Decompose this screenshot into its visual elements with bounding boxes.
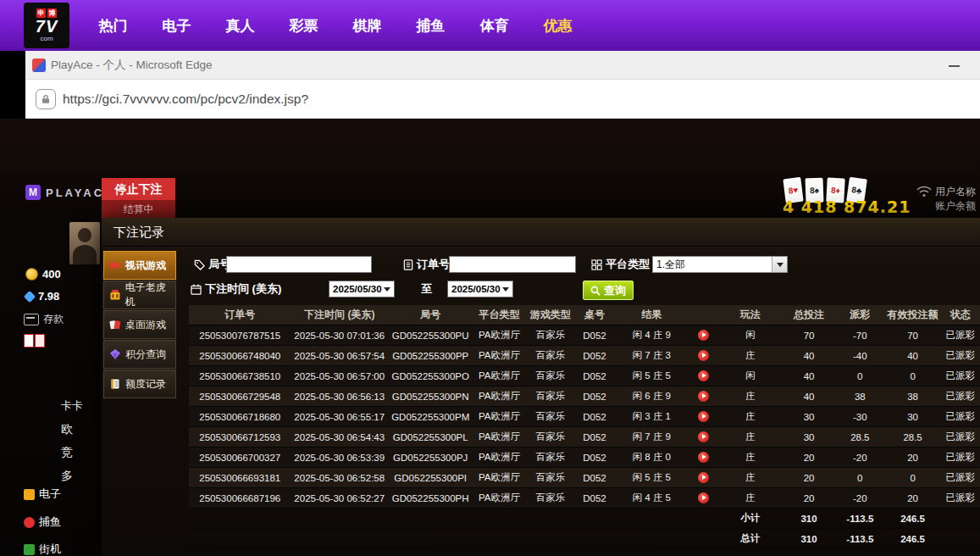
lock-glyph [41, 94, 51, 104]
cell-game-type: 百家乐 [526, 448, 575, 468]
col-bet-time: 下注时间 (美东) [291, 305, 388, 325]
table-games-icon [109, 319, 121, 331]
hall-tab-duo[interactable]: 多 [61, 469, 73, 484]
hall-tab-europe[interactable]: 欧 [61, 422, 73, 437]
cell-platform: PA欧洲厅 [473, 407, 525, 427]
replay-button[interactable] [698, 330, 709, 341]
cell-play-type: 闲 [718, 325, 783, 346]
coin-icon [25, 268, 38, 281]
chevron-down-icon [384, 287, 390, 292]
replay-button[interactable] [698, 391, 709, 402]
gem-balance: 7.98 [25, 290, 59, 303]
nav-item-lottery[interactable]: 彩票 [272, 16, 335, 36]
nav-item-live[interactable]: 真人 [208, 16, 272, 36]
cell-valid-bet: 20 [884, 488, 940, 509]
menu-item-slot-machine[interactable]: 电子老虎机 [103, 281, 176, 309]
browser-urlbar: https://gci.7vvvvvv.com/pc/pcv2/index.js… [25, 80, 980, 119]
replay-button[interactable] [698, 350, 709, 361]
replay-button[interactable] [698, 452, 709, 463]
cell-total-bet: 40 [783, 386, 835, 407]
table-row: 2505300666931812025-05-30 06:52:58GD0522… [189, 468, 980, 488]
address-bar[interactable]: https://gci.7vvvvvv.com/pc/pcv2/index.js… [63, 80, 308, 119]
bet-table-body: 2505300767875152025-05-30 07:01:36GD0522… [189, 325, 980, 509]
browser-titlebar: PlayAce - 个人 - Microsoft Edge [25, 51, 980, 80]
cell-bet-time: 2025-05-30 06:53:39 [291, 448, 388, 468]
cell-order-id: 250530066729548 [189, 386, 291, 407]
account-labels: 用户名称 账户余额 [935, 185, 976, 214]
table-header-row: 订单号 下注时间 (美东) 局号 平台类型 游戏类型 桌号 结果 玩法 总投注 … [189, 305, 980, 325]
cell-round-id: GD052255300PO [388, 366, 473, 386]
search-button[interactable]: 查询 [583, 281, 634, 300]
menu-item-label: 视讯游戏 [125, 259, 166, 273]
cell-total-bet: 70 [783, 325, 835, 346]
nav-item-hot[interactable]: 热门 [81, 16, 145, 36]
modal-title: 下注记录 [114, 225, 164, 241]
coin-balance: 400 [25, 268, 61, 281]
nav-item-promo[interactable]: 优惠 [526, 16, 590, 36]
cell-payout: -20 [835, 448, 884, 468]
cell-order-id: 250530066712593 [189, 427, 291, 448]
cell-platform: PA欧洲厅 [473, 325, 525, 346]
cell-result: 闲 7 庄 9 [614, 427, 689, 448]
table-row: 2505300666871962025-05-30 06:52:27GD0522… [189, 488, 980, 509]
sidebar-item-arcade[interactable]: 街机 [24, 542, 61, 556]
col-game-type: 游戏类型 [526, 305, 575, 325]
order-id-input[interactable] [449, 256, 576, 273]
bet-time-label: 下注时间 (美东) [191, 281, 281, 297]
hall-tab-kaka[interactable]: 卡卡 [61, 398, 83, 414]
cell-platform: PA欧洲厅 [473, 346, 525, 366]
replay-button[interactable] [698, 472, 709, 483]
cell-round-id: GD052255300PL [388, 427, 473, 448]
cell-bet-time: 2025-05-30 06:52:27 [291, 488, 388, 509]
replay-button[interactable] [698, 411, 709, 422]
cell-platform: PA欧洲厅 [473, 386, 525, 407]
round-id-input[interactable] [226, 256, 372, 273]
table-row: 2505300667480402025-05-30 06:57:54GD0522… [189, 346, 980, 366]
cell-play-type: 庄 [718, 468, 783, 488]
lock-icon[interactable] [36, 89, 56, 109]
nav-item-slots[interactable]: 电子 [145, 16, 208, 36]
slots-icon [24, 489, 35, 500]
replay-button[interactable] [698, 370, 709, 381]
cell-bet-time: 2025-05-30 06:55:17 [291, 407, 388, 427]
replay-button[interactable] [698, 431, 709, 442]
cell-round-id: GD052255300PP [388, 346, 473, 366]
menu-item-label: 桌面游戏 [125, 318, 166, 332]
cell-valid-bet: 30 [884, 407, 940, 427]
platform-type-select[interactable]: 1.全部 [652, 256, 788, 273]
cell-status: 已派彩 [941, 407, 980, 427]
menu-item-label: 电子老虎机 [125, 281, 175, 309]
minimize-button[interactable] [944, 51, 965, 80]
hall-tab-jing[interactable]: 竞 [61, 445, 73, 460]
date-from-select[interactable]: 2025/05/30 [329, 281, 395, 297]
cards-shortcut[interactable] [24, 334, 45, 348]
sidebar-item-label: 街机 [39, 542, 61, 556]
cell-result: 闲 7 庄 3 [614, 346, 689, 366]
menu-item-table-games[interactable]: 桌面游戏 [103, 310, 176, 339]
platform-type-value: 1.全部 [653, 258, 772, 272]
cell-replay [689, 468, 717, 488]
cell-replay [689, 407, 717, 427]
cell-table-no: D052 [575, 468, 614, 488]
sidebar-item-fishing[interactable]: 捕鱼 [24, 514, 61, 530]
replay-button[interactable] [698, 492, 709, 503]
cell-game-type: 百家乐 [526, 346, 575, 366]
sidebar-item-slots[interactable]: 电子 [24, 486, 61, 502]
menu-item-points-inquiry[interactable]: 积分查询 [103, 340, 176, 369]
menu-item-video-games[interactable]: 视讯游戏 [103, 251, 176, 280]
cell-result: 闲 6 庄 9 [614, 386, 689, 407]
cell-replay [689, 427, 717, 448]
deposit-shortcut[interactable]: 存款 [24, 312, 64, 326]
date-to-select[interactable]: 2025/05/30 [447, 281, 513, 297]
slot-machine-icon [109, 289, 121, 301]
nav-item-sports[interactable]: 体育 [462, 16, 526, 36]
bet-table-totals: 小计 310 -113.5 246.5 总计 310 -113.5 246.5 [189, 509, 980, 549]
cell-play-type: 庄 [718, 346, 783, 366]
cell-round-id: GD052255300PN [388, 386, 473, 407]
menu-item-quota-records[interactable]: 额度记录 [103, 370, 176, 398]
nav-item-board[interactable]: 棋牌 [335, 16, 399, 36]
nav-item-fishing[interactable]: 捕鱼 [399, 16, 462, 36]
cell-status: 已派彩 [941, 325, 980, 346]
subtotal-total-bet: 310 [783, 509, 835, 529]
site-logo[interactable]: 申 博 7V com [24, 3, 69, 48]
